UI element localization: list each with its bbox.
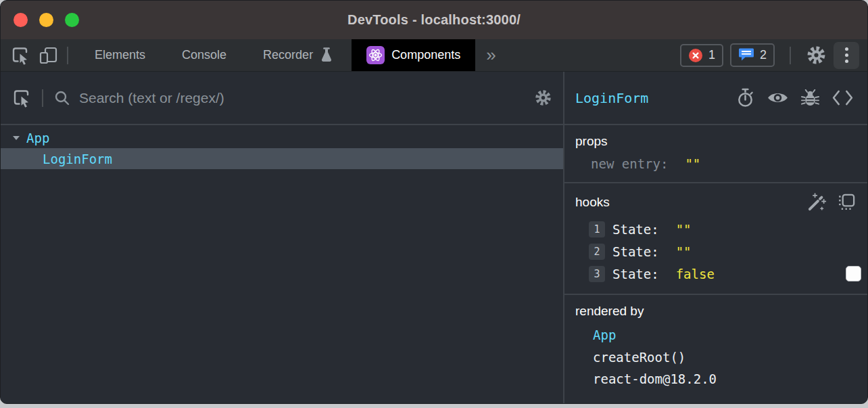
hook-index-badge: 1 xyxy=(589,221,605,237)
hook-index-badge: 2 xyxy=(589,244,605,260)
rendered-by-root: createRoot() xyxy=(564,346,867,369)
chevron-down-icon[interactable] xyxy=(12,135,20,141)
message-badge[interactable]: 2 xyxy=(730,43,775,67)
toolbar-divider xyxy=(67,47,68,64)
titlebar: DevTools - localhost:3000/ xyxy=(1,1,867,39)
view-source-icon[interactable] xyxy=(831,89,854,106)
hooks-title: hooks xyxy=(575,194,610,210)
error-count: 1 xyxy=(708,48,715,62)
hook-row[interactable]: 1 State: "" xyxy=(564,218,867,240)
props-title: props xyxy=(575,133,608,150)
hook-value[interactable]: "" xyxy=(676,244,692,259)
stopwatch-icon[interactable] xyxy=(736,87,755,108)
hook-row[interactable]: 2 State: "" xyxy=(564,240,867,263)
zoom-button[interactable] xyxy=(65,13,79,27)
hook-value[interactable]: "" xyxy=(676,222,692,237)
error-icon xyxy=(688,48,703,63)
rendered-by-title: rendered by xyxy=(575,303,644,319)
components-tree-panel: App LoginForm xyxy=(1,72,564,404)
panel-tabs: Elements Console Recorder xyxy=(76,39,507,71)
hook-index-badge: 3 xyxy=(589,266,605,282)
tab-components[interactable]: Components xyxy=(352,39,475,71)
hook-row[interactable]: 3 State: false xyxy=(564,263,867,285)
more-tabs-button[interactable]: » xyxy=(475,39,506,71)
toolbar-divider xyxy=(790,47,791,64)
close-button[interactable] xyxy=(14,13,28,27)
search-divider xyxy=(42,89,43,107)
tab-elements[interactable]: Elements xyxy=(76,39,164,71)
minimize-button[interactable] xyxy=(39,13,53,27)
inspect-element-icon[interactable] xyxy=(10,45,30,66)
new-prop-entry[interactable]: new entry: "" xyxy=(564,154,867,173)
tree-node-app[interactable]: App xyxy=(1,127,563,148)
rendered-by-section: rendered by App createRoot() react-dom@1… xyxy=(564,295,867,404)
inspector-panel: LoginForm xyxy=(564,72,867,404)
magic-wand-icon[interactable] xyxy=(806,191,827,212)
bug-icon[interactable] xyxy=(800,88,820,108)
chevrons-right-icon: » xyxy=(486,45,496,66)
tab-console[interactable]: Console xyxy=(164,39,245,71)
boolean-checkbox[interactable] xyxy=(846,266,861,281)
dotted-frame-icon[interactable] xyxy=(837,192,857,212)
inspector-header: LoginForm xyxy=(564,72,867,125)
hooks-section: hooks xyxy=(564,183,867,295)
tree-search-row xyxy=(1,72,563,125)
search-icon xyxy=(53,89,71,107)
select-element-icon[interactable] xyxy=(11,88,32,108)
prop-value[interactable]: "" xyxy=(685,156,700,171)
rendered-by-version: react-dom@18.2.0 xyxy=(564,368,867,390)
component-tree: App LoginForm xyxy=(1,125,563,169)
hook-value[interactable]: false xyxy=(676,267,715,281)
flask-icon xyxy=(320,47,333,64)
prop-key: new entry: xyxy=(591,156,668,171)
rendered-by-owner-link[interactable]: App xyxy=(564,324,867,346)
traffic-lights xyxy=(14,1,79,39)
gear-icon[interactable] xyxy=(534,89,552,107)
devtools-window: DevTools - localhost:3000/ Elements xyxy=(0,0,868,404)
error-badge[interactable]: 1 xyxy=(680,44,723,67)
kebab-menu-icon[interactable] xyxy=(834,42,859,69)
devtools-toolbar: Elements Console Recorder xyxy=(1,39,867,72)
eye-icon[interactable] xyxy=(767,90,789,106)
device-toolbar-icon[interactable] xyxy=(39,45,59,66)
react-logo xyxy=(366,46,385,64)
message-icon xyxy=(738,47,754,63)
settings-gear-icon[interactable] xyxy=(806,45,827,66)
selected-component-name: LoginForm xyxy=(575,90,648,106)
window-title: DevTools - localhost:3000/ xyxy=(1,12,867,28)
tree-node-loginform[interactable]: LoginForm xyxy=(1,148,563,169)
search-input[interactable] xyxy=(79,90,534,106)
props-section: props new entry: "" xyxy=(564,125,867,183)
message-count: 2 xyxy=(760,48,767,62)
tab-recorder[interactable]: Recorder xyxy=(245,39,352,71)
